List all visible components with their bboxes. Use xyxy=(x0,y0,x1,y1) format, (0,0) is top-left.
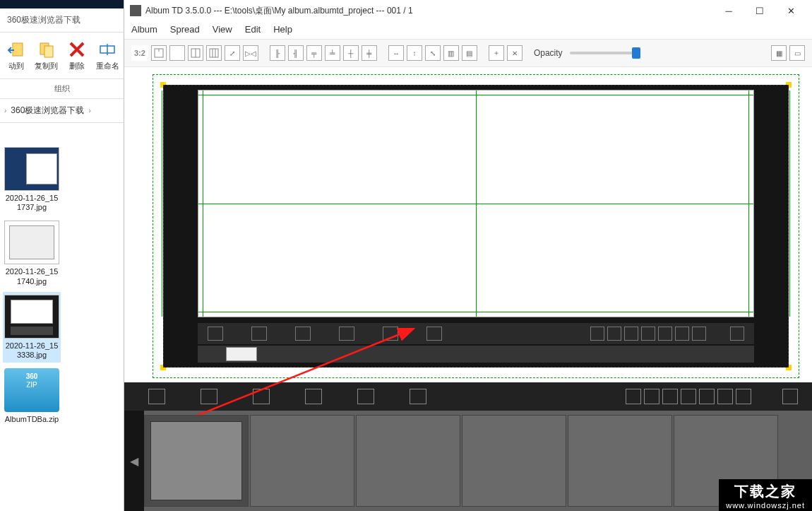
file-grid: 2020-11-26_151737.jpg 2020-11-26_151740.… xyxy=(0,123,124,430)
wave-icon[interactable] xyxy=(339,327,354,341)
image-icon[interactable] xyxy=(692,327,706,341)
delete-label: 删除 xyxy=(69,61,85,71)
fit-diagonal-icon[interactable]: ⤡ xyxy=(425,45,441,61)
move-to-button[interactable]: 动到 xyxy=(3,40,29,71)
add-tool-icon[interactable]: ＋ xyxy=(489,45,504,61)
expand-icon[interactable] xyxy=(730,327,744,341)
main-toolbar: 3:2 ⤢ ▷◁ ╟ ╢ ╤ ╧ ┼ ╪ ↔ ↕ ⤡ ▥ ▤ ＋ ✕ O xyxy=(124,39,812,67)
move-label: 动到 xyxy=(8,61,24,71)
expand-icon[interactable] xyxy=(782,389,798,404)
file-item[interactable]: 2020-11-26_153338.jpg xyxy=(3,292,61,363)
spread-strip xyxy=(198,346,754,363)
layout-tool-icon[interactable] xyxy=(169,45,185,61)
watermark-title: 下载之家 xyxy=(726,482,805,501)
align-tool-icon[interactable]: ╟ xyxy=(270,45,285,61)
image-icon[interactable] xyxy=(736,389,751,404)
rename-button[interactable]: 重命名 xyxy=(95,40,121,71)
image-icon[interactable] xyxy=(148,389,165,404)
rename-label: 重命名 xyxy=(96,61,119,71)
effects-icon[interactable] xyxy=(624,327,638,341)
spread-thumbnail[interactable] xyxy=(144,415,249,507)
move-icon xyxy=(6,40,26,59)
text-icon[interactable] xyxy=(641,327,655,341)
guide-line xyxy=(789,90,790,317)
refresh-icon[interactable] xyxy=(644,389,659,404)
canvas-dark-frame[interactable] xyxy=(163,85,789,368)
menu-help[interactable]: Help xyxy=(273,24,292,35)
breadcrumb[interactable]: › 360极速浏览器下载 › xyxy=(0,99,124,123)
grid-icon[interactable] xyxy=(626,389,641,404)
fit-width-icon[interactable]: ↔ xyxy=(388,45,404,61)
watermark: 下载之家 www.windowszj.net xyxy=(719,479,812,511)
trash-icon[interactable] xyxy=(675,327,689,341)
panel-toggle-icon[interactable]: ▭ xyxy=(789,45,805,61)
strip-slot[interactable] xyxy=(226,347,257,361)
rows-icon[interactable]: ▤ xyxy=(462,45,477,61)
opacity-slider[interactable] xyxy=(570,52,640,54)
trash-icon[interactable] xyxy=(717,389,733,404)
align-tool-icon[interactable]: ╧ xyxy=(325,45,340,61)
circle-icon[interactable] xyxy=(295,327,311,341)
clip-icon[interactable] xyxy=(383,327,398,341)
delete-button[interactable]: 删除 xyxy=(64,40,90,71)
layout-tool-icon[interactable] xyxy=(206,45,222,61)
align-tool-icon[interactable]: ╢ xyxy=(288,45,304,61)
slider-thumb[interactable] xyxy=(632,47,640,59)
file-item[interactable]: 2020-11-26_151737.jpg xyxy=(3,144,61,215)
split-icon[interactable] xyxy=(251,327,267,341)
columns-icon[interactable]: ▥ xyxy=(443,45,459,61)
spread-toolbar xyxy=(198,323,754,344)
app-icon xyxy=(130,5,141,16)
remove-tool-icon[interactable]: ✕ xyxy=(507,45,523,61)
window-title: Album TD 3.5.0.0 --- E:\tools\桌面\My albu… xyxy=(145,5,713,17)
guide-line xyxy=(198,95,753,95)
menu-album[interactable]: Album xyxy=(131,24,157,35)
split-icon[interactable] xyxy=(201,389,217,404)
file-name: 2020-11-26_151740.jpg xyxy=(4,267,59,286)
distribute-tool-icon[interactable]: ╪ xyxy=(362,45,377,61)
clip-icon[interactable] xyxy=(357,389,374,404)
maximize-button[interactable]: ☐ xyxy=(744,1,775,20)
aspect-ratio-button[interactable]: 3:2 xyxy=(131,45,148,61)
grid-icon[interactable] xyxy=(590,327,604,341)
spread-thumbnail[interactable] xyxy=(356,415,460,507)
breadcrumb-folder[interactable]: 360极速浏览器下载 xyxy=(11,105,84,117)
expand-tool-icon[interactable]: ⤢ xyxy=(225,45,240,61)
distribute-tool-icon[interactable]: ┼ xyxy=(343,45,359,61)
rename-icon xyxy=(97,40,117,59)
spread-thumbnail[interactable] xyxy=(462,415,566,507)
minimize-button[interactable]: ─ xyxy=(713,1,744,20)
album-td-app: Album TD 3.5.0.0 --- E:\tools\桌面\My albu… xyxy=(124,0,812,511)
spread-thumbnail[interactable] xyxy=(568,415,672,507)
prev-button[interactable]: ◀ xyxy=(124,411,144,511)
file-item[interactable]: 360ZIP AlbumTDBa.zip xyxy=(3,365,61,427)
eye-icon[interactable] xyxy=(699,389,715,404)
bottom-toolbar xyxy=(124,382,812,411)
refresh-icon[interactable] xyxy=(607,327,621,341)
panel-icon[interactable] xyxy=(410,389,426,404)
image-icon[interactable] xyxy=(208,327,223,341)
eye-icon[interactable] xyxy=(658,327,672,341)
menu-view[interactable]: View xyxy=(213,24,232,35)
spread-thumbnail[interactable] xyxy=(250,415,354,507)
menu-spread[interactable]: Spread xyxy=(170,24,200,35)
layout-tool-icon[interactable] xyxy=(151,45,167,61)
menu-edit[interactable]: Edit xyxy=(245,24,261,35)
align-tool-icon[interactable]: ╤ xyxy=(306,45,322,61)
close-button[interactable]: ✕ xyxy=(775,1,806,20)
copy-to-button[interactable]: 复制到 xyxy=(33,40,59,71)
panel-toggle-icon[interactable]: ▦ xyxy=(771,45,787,61)
mirror-tool-icon[interactable]: ▷◁ xyxy=(243,45,258,61)
canvas-area xyxy=(124,67,812,382)
fit-height-icon[interactable]: ↕ xyxy=(407,45,422,61)
effects-icon[interactable] xyxy=(662,389,678,404)
layout-tool-icon[interactable] xyxy=(188,45,203,61)
file-item[interactable]: 2020-11-26_151740.jpg xyxy=(3,218,61,288)
circle-icon[interactable] xyxy=(253,389,270,404)
explorer-titlebar xyxy=(0,0,124,8)
text-icon[interactable] xyxy=(681,389,696,404)
wave-icon[interactable] xyxy=(305,389,322,404)
album-spread[interactable] xyxy=(198,90,754,317)
panel-icon[interactable] xyxy=(426,327,442,341)
explorer-tab[interactable]: 360极速浏览器下载 xyxy=(0,8,124,33)
